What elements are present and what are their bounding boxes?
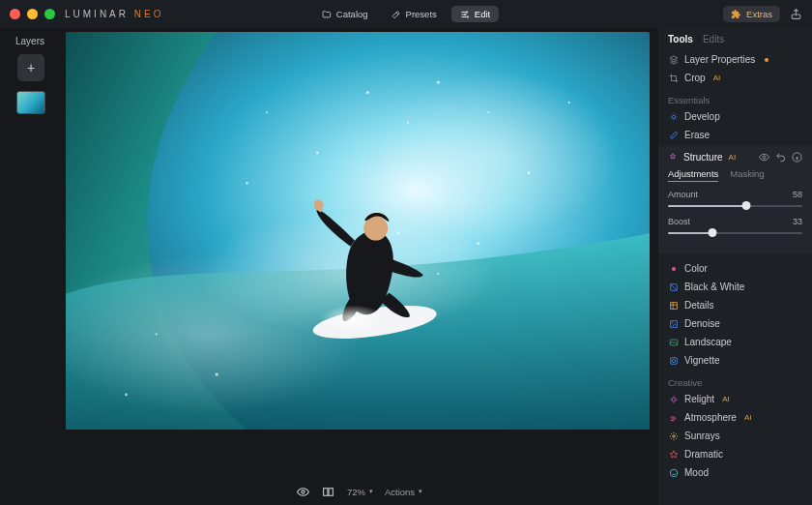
info-icon[interactable] xyxy=(792,152,802,163)
vignette-label: Vignette xyxy=(684,355,720,366)
crop-label: Crop xyxy=(684,73,706,83)
subtab-masking[interactable]: Masking xyxy=(730,168,764,182)
erase-tool[interactable]: Erase xyxy=(658,126,812,144)
amount-track[interactable] xyxy=(668,199,802,213)
canvas-artwork xyxy=(66,32,650,430)
svg-point-11 xyxy=(487,111,489,113)
section-creative: Creative xyxy=(658,370,812,390)
amount-handle[interactable] xyxy=(741,201,750,210)
structure-icon xyxy=(668,153,678,163)
bw-icon xyxy=(668,282,679,292)
eye-icon[interactable] xyxy=(297,485,310,498)
denoise-icon xyxy=(668,318,679,329)
image-canvas[interactable] xyxy=(66,32,650,478)
atmosphere-label: Atmosphere xyxy=(684,412,737,423)
zoom-select[interactable]: 72% ▾ xyxy=(347,487,373,497)
main-body: Layers + xyxy=(0,28,812,505)
svg-point-30 xyxy=(763,156,766,159)
visibility-toggle-icon[interactable] xyxy=(759,152,769,163)
tab-tools[interactable]: Tools xyxy=(668,34,693,45)
svg-rect-40 xyxy=(670,357,677,364)
svg-point-1 xyxy=(464,14,466,15)
ai-badge-icon: AI xyxy=(744,413,752,422)
svg-point-43 xyxy=(672,434,675,437)
mood-tool[interactable]: Mood xyxy=(658,463,812,482)
svg-point-29 xyxy=(672,115,675,118)
actions-menu[interactable]: Actions ▾ xyxy=(385,487,422,497)
svg-point-21 xyxy=(156,333,158,335)
svg-point-44 xyxy=(670,469,678,477)
extras-label: Extras xyxy=(746,9,772,19)
sunrays-tool[interactable]: Sunrays xyxy=(658,427,812,445)
svg-point-36 xyxy=(672,322,673,323)
svg-point-13 xyxy=(568,102,570,104)
app-window: LUMINAR NEO Catalog Presets Edit xyxy=(0,0,812,505)
undo-icon[interactable] xyxy=(775,152,786,163)
dramatic-tool[interactable]: Dramatic xyxy=(658,445,812,463)
svg-point-37 xyxy=(674,324,675,325)
color-label: Color xyxy=(684,263,708,274)
svg-point-41 xyxy=(672,359,675,362)
ai-badge-icon: AI xyxy=(713,74,721,82)
amount-value: 58 xyxy=(793,190,802,199)
tab-edit[interactable]: Edit xyxy=(451,6,499,22)
details-label: Details xyxy=(684,300,714,311)
landscape-tool[interactable]: Landscape xyxy=(658,333,812,351)
svg-point-8 xyxy=(366,91,369,94)
boost-track[interactable] xyxy=(668,226,802,240)
erase-icon xyxy=(668,130,679,140)
svg-point-26 xyxy=(302,490,304,492)
tab-edit-label: Edit xyxy=(475,9,490,19)
svg-point-2 xyxy=(467,15,469,17)
develop-tool[interactable]: Develop xyxy=(658,107,812,126)
boost-handle[interactable] xyxy=(708,228,716,237)
folder-icon xyxy=(322,10,332,19)
mood-icon xyxy=(668,467,679,478)
tab-catalog[interactable]: Catalog xyxy=(313,6,377,22)
svg-point-14 xyxy=(316,152,319,155)
svg-point-18 xyxy=(437,273,439,275)
center-column: 72% ▾ Actions ▾ xyxy=(62,28,657,505)
svg-point-17 xyxy=(396,232,398,234)
subtab-adjustments[interactable]: Adjustments xyxy=(668,168,718,182)
share-button[interactable] xyxy=(790,8,802,20)
boost-value: 33 xyxy=(793,217,802,226)
denoise-tool[interactable]: Denoise xyxy=(658,314,812,333)
dramatic-label: Dramatic xyxy=(684,449,723,460)
zoom-window-icon[interactable] xyxy=(44,9,55,19)
bw-tool[interactable]: Black & White xyxy=(658,278,812,296)
structure-subtabs: Adjustments Masking xyxy=(668,168,802,182)
extras-button[interactable]: Extras xyxy=(723,6,780,22)
layer-thumbnail[interactable] xyxy=(16,91,45,114)
atmosphere-icon xyxy=(668,412,679,423)
color-tool[interactable]: Color xyxy=(658,259,812,278)
layer-properties-tool[interactable]: Layer Properties xyxy=(658,50,812,69)
amount-label: Amount xyxy=(668,190,698,199)
brand-name-b: NEO xyxy=(134,9,164,19)
details-tool[interactable]: Details xyxy=(658,296,812,314)
svg-rect-28 xyxy=(329,488,333,495)
add-layer-button[interactable]: + xyxy=(17,54,44,81)
compare-icon[interactable] xyxy=(322,485,335,498)
tab-edits[interactable]: Edits xyxy=(703,34,724,45)
minimize-window-icon[interactable] xyxy=(27,9,38,19)
boost-slider: Boost 33 xyxy=(668,217,802,240)
vignette-tool[interactable]: Vignette xyxy=(658,351,812,370)
details-icon xyxy=(668,300,679,311)
relight-label: Relight xyxy=(684,394,714,404)
landscape-icon xyxy=(668,337,679,347)
svg-point-15 xyxy=(266,111,268,113)
svg-point-42 xyxy=(671,397,675,401)
actions-label: Actions xyxy=(385,487,415,497)
tab-presets[interactable]: Presets xyxy=(383,6,446,22)
crop-tool[interactable]: Crop AI xyxy=(658,69,812,87)
close-window-icon[interactable] xyxy=(10,9,20,19)
sunrays-icon xyxy=(668,431,679,441)
relight-icon xyxy=(668,394,679,404)
relight-tool[interactable]: Relight AI xyxy=(658,390,812,408)
structure-header[interactable]: Structure AI xyxy=(668,152,802,163)
svg-point-38 xyxy=(673,325,674,326)
svg-rect-34 xyxy=(670,302,677,309)
atmosphere-tool[interactable]: Atmosphere AI xyxy=(658,408,812,427)
modified-indicator-icon xyxy=(761,54,768,65)
